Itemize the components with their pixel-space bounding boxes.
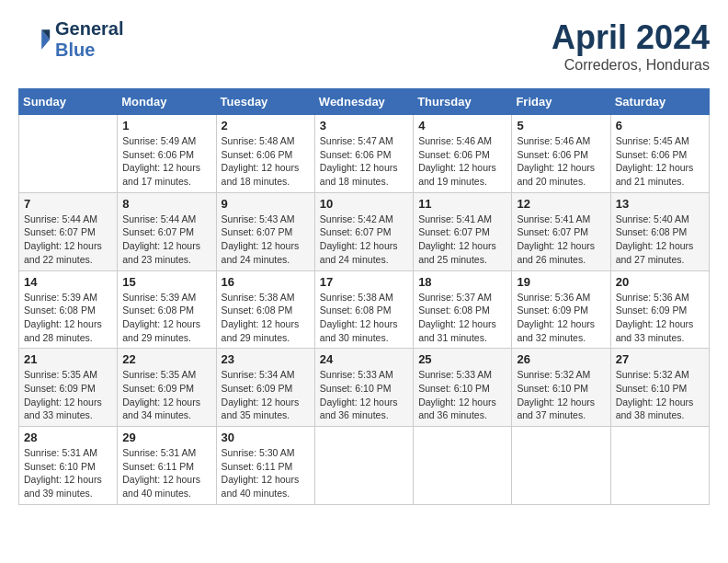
- table-row: 9Sunrise: 5:43 AM Sunset: 6:07 PM Daylig…: [216, 192, 314, 270]
- table-row: [610, 427, 709, 505]
- day-info: Sunrise: 5:32 AM Sunset: 6:10 PM Dayligh…: [616, 368, 704, 422]
- table-row: 27Sunrise: 5:32 AM Sunset: 6:10 PM Dayli…: [610, 349, 709, 427]
- table-row: 8Sunrise: 5:44 AM Sunset: 6:07 PM Daylig…: [118, 192, 216, 270]
- day-info: Sunrise: 5:40 AM Sunset: 6:08 PM Dayligh…: [616, 213, 704, 267]
- table-row: 2Sunrise: 5:48 AM Sunset: 6:06 PM Daylig…: [216, 115, 314, 193]
- table-row: [512, 427, 610, 505]
- day-number: 7: [24, 197, 112, 211]
- calendar-week-row: 7Sunrise: 5:44 AM Sunset: 6:07 PM Daylig…: [19, 192, 710, 270]
- day-info: Sunrise: 5:49 AM Sunset: 6:06 PM Dayligh…: [122, 134, 210, 189]
- day-number: 30: [222, 431, 310, 444]
- day-info: Sunrise: 5:36 AM Sunset: 6:09 PM Dayligh…: [517, 291, 605, 345]
- day-number: 8: [122, 197, 210, 211]
- table-row: [314, 427, 413, 505]
- table-row: 19Sunrise: 5:36 AM Sunset: 6:09 PM Dayli…: [512, 270, 610, 349]
- table-row: 30Sunrise: 5:30 AM Sunset: 6:11 PM Dayli…: [216, 427, 314, 505]
- day-number: 23: [222, 352, 310, 366]
- table-row: 3Sunrise: 5:47 AM Sunset: 6:06 PM Daylig…: [314, 115, 413, 193]
- page-header: General Blue April 2024 Correderos, Hond…: [18, 18, 710, 74]
- day-number: 19: [517, 275, 605, 289]
- table-row: 17Sunrise: 5:38 AM Sunset: 6:08 PM Dayli…: [314, 270, 413, 349]
- calendar-header-row: Sunday Monday Tuesday Wednesday Thursday…: [19, 89, 710, 115]
- header-wednesday: Wednesday: [314, 89, 413, 115]
- day-info: Sunrise: 5:44 AM Sunset: 6:07 PM Dayligh…: [24, 213, 112, 267]
- table-row: 15Sunrise: 5:39 AM Sunset: 6:08 PM Dayli…: [118, 270, 216, 349]
- day-number: 13: [616, 197, 704, 211]
- day-number: 17: [320, 275, 408, 289]
- day-number: 9: [222, 197, 310, 211]
- day-number: 21: [24, 352, 112, 366]
- day-info: Sunrise: 5:46 AM Sunset: 6:06 PM Dayligh…: [418, 134, 506, 189]
- day-number: 1: [122, 119, 210, 132]
- day-number: 14: [24, 275, 112, 289]
- month-title: April 2024: [552, 18, 710, 57]
- day-number: 29: [122, 431, 210, 444]
- header-friday: Friday: [512, 89, 610, 115]
- day-info: Sunrise: 5:35 AM Sunset: 6:09 PM Dayligh…: [122, 368, 210, 422]
- day-number: 27: [616, 352, 704, 366]
- day-number: 25: [418, 352, 506, 366]
- day-info: Sunrise: 5:36 AM Sunset: 6:09 PM Dayligh…: [616, 291, 704, 345]
- calendar-week-row: 28Sunrise: 5:31 AM Sunset: 6:10 PM Dayli…: [19, 427, 710, 505]
- day-info: Sunrise: 5:39 AM Sunset: 6:08 PM Dayligh…: [24, 291, 112, 345]
- header-saturday: Saturday: [610, 89, 709, 115]
- day-info: Sunrise: 5:31 AM Sunset: 6:10 PM Dayligh…: [24, 446, 112, 500]
- day-info: Sunrise: 5:43 AM Sunset: 6:07 PM Dayligh…: [222, 213, 310, 267]
- table-row: 7Sunrise: 5:44 AM Sunset: 6:07 PM Daylig…: [19, 192, 118, 270]
- header-thursday: Thursday: [414, 89, 512, 115]
- day-info: Sunrise: 5:32 AM Sunset: 6:10 PM Dayligh…: [517, 368, 605, 422]
- header-monday: Monday: [118, 89, 216, 115]
- location-text: Correderos, Honduras: [552, 57, 710, 74]
- title-block: April 2024 Correderos, Honduras: [552, 18, 710, 74]
- table-row: 11Sunrise: 5:41 AM Sunset: 6:07 PM Dayli…: [414, 192, 512, 270]
- table-row: 25Sunrise: 5:33 AM Sunset: 6:10 PM Dayli…: [414, 349, 512, 427]
- day-number: 10: [320, 197, 408, 211]
- table-row: 21Sunrise: 5:35 AM Sunset: 6:09 PM Dayli…: [19, 349, 118, 427]
- logo: General Blue: [18, 18, 123, 61]
- table-row: 24Sunrise: 5:33 AM Sunset: 6:10 PM Dayli…: [314, 349, 413, 427]
- table-row: 13Sunrise: 5:40 AM Sunset: 6:08 PM Dayli…: [610, 192, 709, 270]
- table-row: 12Sunrise: 5:41 AM Sunset: 6:07 PM Dayli…: [512, 192, 610, 270]
- table-row: 18Sunrise: 5:37 AM Sunset: 6:08 PM Dayli…: [414, 270, 512, 349]
- logo-icon: [18, 23, 51, 56]
- table-row: 6Sunrise: 5:45 AM Sunset: 6:06 PM Daylig…: [610, 115, 709, 193]
- logo-blue-text: Blue: [55, 40, 95, 60]
- table-row: 16Sunrise: 5:38 AM Sunset: 6:08 PM Dayli…: [216, 270, 314, 349]
- day-info: Sunrise: 5:48 AM Sunset: 6:06 PM Dayligh…: [222, 134, 310, 189]
- day-info: Sunrise: 5:46 AM Sunset: 6:06 PM Dayligh…: [517, 134, 605, 189]
- day-info: Sunrise: 5:33 AM Sunset: 6:10 PM Dayligh…: [418, 368, 506, 422]
- day-info: Sunrise: 5:37 AM Sunset: 6:08 PM Dayligh…: [418, 291, 506, 345]
- header-tuesday: Tuesday: [216, 89, 314, 115]
- day-info: Sunrise: 5:30 AM Sunset: 6:11 PM Dayligh…: [222, 446, 310, 500]
- day-info: Sunrise: 5:33 AM Sunset: 6:10 PM Dayligh…: [320, 368, 408, 422]
- calendar-week-row: 1Sunrise: 5:49 AM Sunset: 6:06 PM Daylig…: [19, 115, 710, 193]
- day-info: Sunrise: 5:41 AM Sunset: 6:07 PM Dayligh…: [418, 213, 506, 267]
- table-row: [414, 427, 512, 505]
- table-row: 29Sunrise: 5:31 AM Sunset: 6:11 PM Dayli…: [118, 427, 216, 505]
- day-info: Sunrise: 5:35 AM Sunset: 6:09 PM Dayligh…: [24, 368, 112, 422]
- day-info: Sunrise: 5:34 AM Sunset: 6:09 PM Dayligh…: [222, 368, 310, 422]
- calendar-week-row: 14Sunrise: 5:39 AM Sunset: 6:08 PM Dayli…: [19, 270, 710, 349]
- table-row: 28Sunrise: 5:31 AM Sunset: 6:10 PM Dayli…: [19, 427, 118, 505]
- day-number: 28: [24, 431, 112, 444]
- day-number: 24: [320, 352, 408, 366]
- table-row: [19, 115, 118, 193]
- day-number: 2: [222, 119, 310, 132]
- day-number: 11: [418, 197, 506, 211]
- day-number: 12: [517, 197, 605, 211]
- table-row: 10Sunrise: 5:42 AM Sunset: 6:07 PM Dayli…: [314, 192, 413, 270]
- day-number: 3: [320, 119, 408, 132]
- day-number: 26: [517, 352, 605, 366]
- table-row: 14Sunrise: 5:39 AM Sunset: 6:08 PM Dayli…: [19, 270, 118, 349]
- table-row: 23Sunrise: 5:34 AM Sunset: 6:09 PM Dayli…: [216, 349, 314, 427]
- day-number: 18: [418, 275, 506, 289]
- day-number: 4: [418, 119, 506, 132]
- day-number: 22: [122, 352, 210, 366]
- day-number: 16: [222, 275, 310, 289]
- day-info: Sunrise: 5:31 AM Sunset: 6:11 PM Dayligh…: [122, 446, 210, 500]
- header-sunday: Sunday: [19, 89, 118, 115]
- day-number: 20: [616, 275, 704, 289]
- day-info: Sunrise: 5:39 AM Sunset: 6:08 PM Dayligh…: [122, 291, 210, 345]
- logo-general-text: General: [55, 18, 123, 39]
- day-info: Sunrise: 5:42 AM Sunset: 6:07 PM Dayligh…: [320, 213, 408, 267]
